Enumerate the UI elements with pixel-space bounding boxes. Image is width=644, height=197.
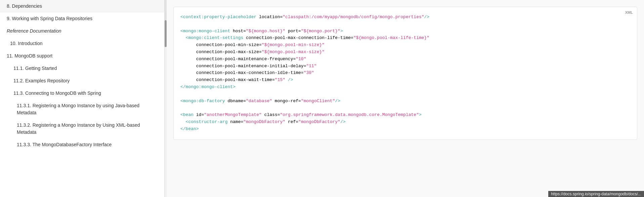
sidebar-item-item-11-3-1[interactable]: 11.3.1. Registering a Mongo Instance by …	[0, 100, 164, 119]
code-line: <bean id="anotherMongoTemplate" class="o…	[180, 112, 630, 119]
sidebar-item-ref-doc[interactable]: Reference Documentation	[0, 25, 164, 37]
sidebar-item-item-8[interactable]: 8. Dependencies	[0, 0, 164, 12]
code-line: <mongo:client-settings connection-pool-m…	[180, 35, 630, 42]
sidebar-item-item-10[interactable]: 10. Introduction	[0, 37, 164, 50]
code-line: connection-pool-max-connection-idle-time…	[180, 70, 630, 77]
code-line: <mongo:db-factory dbname="database" mong…	[180, 98, 630, 105]
sidebar: 8. Dependencies9. Working with Spring Da…	[0, 0, 165, 197]
sidebar-item-item-11-3-3[interactable]: 11.3.3. The MongoDatabaseFactory Interfa…	[0, 139, 164, 151]
sidebar-item-item-11-3-2[interactable]: 11.3.2. Registering a Mongo Instance by …	[0, 119, 164, 139]
sidebar-item-item-11[interactable]: 11. MongoDB support	[0, 50, 164, 62]
code-line: connection-pool-maintenance-frequency="1…	[180, 56, 630, 63]
code-line: <constructor-arg name="mongoDbFactory" r…	[180, 119, 630, 126]
status-bar: https://docs.spring.io/spring-data/mongo…	[548, 191, 644, 197]
code-label: XML	[625, 10, 633, 16]
code-line: connection-pool-maintenance-initial-dela…	[180, 63, 630, 70]
sidebar-item-item-11-1[interactable]: 11.1. Getting Started	[0, 62, 164, 75]
code-line	[180, 91, 630, 98]
code-line: connection-pool-max-size="${mongo.pool-m…	[180, 49, 630, 56]
code-block: XML <context:property-placeholder locati…	[173, 7, 637, 140]
code-line: connection-pool-min-size="${mongo.pool-m…	[180, 42, 630, 49]
sidebar-item-item-11-2[interactable]: 11.2. Examples Repository	[0, 75, 164, 87]
code-line: </bean>	[180, 126, 630, 133]
code-container: <context:property-placeholder location="…	[180, 14, 630, 133]
code-line: <context:property-placeholder location="…	[180, 14, 630, 21]
sidebar-item-item-9[interactable]: 9. Working with Spring Data Repositories	[0, 12, 164, 25]
code-line: <mongo:mongo-client host="${mongo.host}"…	[180, 28, 630, 35]
sidebar-item-item-11-3[interactable]: 11.3. Connecting to MongoDB with Spring	[0, 87, 164, 100]
code-line: connection-pool-max-wait-time="15" />	[180, 77, 630, 84]
code-line	[180, 105, 630, 112]
main-content: XML <context:property-placeholder locati…	[167, 0, 644, 197]
status-text: https://docs.spring.io/spring-data/mongo…	[551, 192, 641, 196]
code-line: </mongo:mongo-client>	[180, 84, 630, 91]
code-line	[180, 21, 630, 28]
